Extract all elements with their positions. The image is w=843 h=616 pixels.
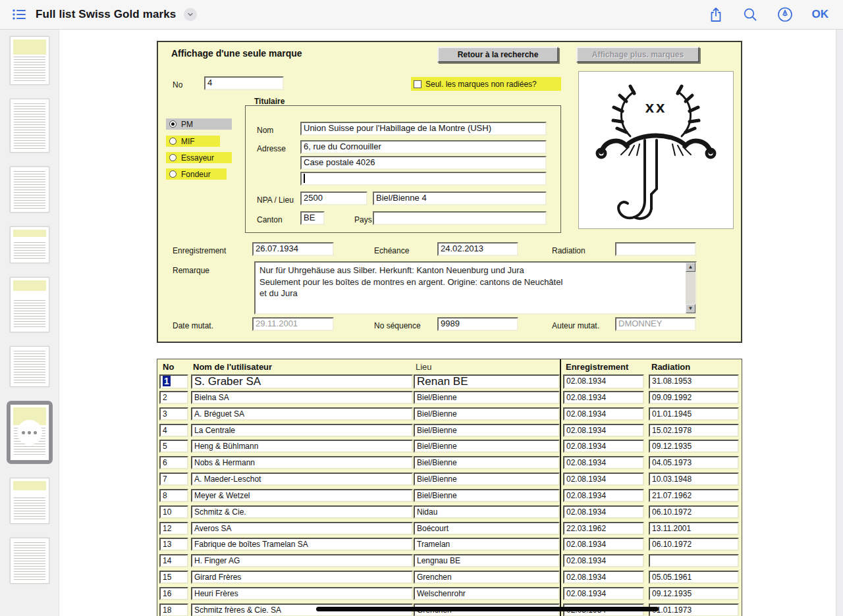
cell-lieu[interactable]: Biel/Bienne bbox=[414, 473, 560, 486]
cell-no[interactable]: 1 bbox=[159, 374, 188, 389]
cell-nom[interactable]: H. Finger AG bbox=[191, 554, 413, 567]
radio-pm[interactable]: PM bbox=[166, 118, 232, 130]
cell-no[interactable]: 6 bbox=[159, 456, 188, 469]
cell-radiation[interactable]: 01.01.1973 bbox=[649, 603, 739, 616]
table-row[interactable]: 15 Girard Frères Grenchen 02.08.1934 05.… bbox=[157, 571, 742, 587]
cell-enregistrement[interactable]: 02.08.1934 bbox=[563, 538, 644, 551]
scroll-down-icon[interactable]: ▼ bbox=[686, 304, 695, 313]
cell-radiation[interactable]: 21.07.1962 bbox=[649, 489, 739, 502]
cell-enregistrement[interactable]: 02.08.1934 bbox=[563, 374, 644, 389]
cell-nom[interactable]: Meyer & Wetzel bbox=[191, 489, 413, 502]
table-row[interactable]: 13 Fabrique de boîtes Tramelan SA Tramel… bbox=[157, 538, 742, 554]
cell-nom[interactable]: S. Graber SA bbox=[191, 374, 413, 389]
cell-no[interactable]: 4 bbox=[159, 424, 188, 437]
table-row[interactable]: 3 A. Bréguet SA Biel/Bienne 02.08.1934 0… bbox=[157, 407, 742, 424]
table-row[interactable]: 4 La Centrale Biel/Bienne 02.08.1934 15.… bbox=[157, 424, 742, 440]
adresse-field-2[interactable]: Case postale 4026 bbox=[300, 156, 547, 170]
radio-mif-circle[interactable] bbox=[169, 138, 177, 145]
cell-no[interactable]: 3 bbox=[159, 407, 188, 421]
cell-no[interactable]: 2 bbox=[159, 391, 188, 404]
page-thumbnail[interactable] bbox=[10, 478, 49, 524]
cell-no[interactable]: 12 bbox=[159, 522, 188, 535]
scroll-track[interactable] bbox=[836, 30, 843, 616]
cell-nom[interactable]: Averos SA bbox=[191, 522, 413, 535]
page-thumbnail[interactable] bbox=[10, 99, 49, 153]
page-thumbnail[interactable] bbox=[10, 277, 49, 332]
page-thumbnail-selected[interactable] bbox=[7, 401, 53, 464]
no-field[interactable]: 4 bbox=[204, 76, 284, 90]
enregistrement-field[interactable]: 26.07.1934 bbox=[252, 242, 334, 256]
radio-fondeur-circle[interactable] bbox=[169, 170, 177, 178]
table-row[interactable]: 7 A. Maeder-Leschot Biel/Bienne 02.08.19… bbox=[157, 473, 742, 489]
cell-nom[interactable]: Bielna SA bbox=[191, 391, 413, 404]
cell-enregistrement[interactable]: 02.08.1934 bbox=[563, 505, 644, 519]
cell-radiation[interactable]: 09.12.1935 bbox=[649, 587, 739, 600]
radio-pm-circle[interactable] bbox=[169, 120, 177, 128]
cell-lieu[interactable]: Nidau bbox=[414, 505, 560, 519]
cell-radiation[interactable]: 04.05.1973 bbox=[649, 456, 739, 469]
title-menu-button[interactable] bbox=[184, 8, 197, 21]
canton-field[interactable]: BE bbox=[300, 211, 325, 225]
adresse-field-1[interactable]: 6, rue du Cornouiller bbox=[300, 140, 547, 154]
share-icon[interactable] bbox=[708, 6, 724, 24]
cell-radiation[interactable]: 06.10.1972 bbox=[649, 538, 739, 551]
cell-enregistrement[interactable]: 02.08.1934 bbox=[563, 554, 644, 567]
cell-no[interactable]: 5 bbox=[159, 440, 188, 453]
scroll-up-icon[interactable]: ▲ bbox=[686, 263, 695, 272]
remarque-scrollbar[interactable]: ▲ ▼ bbox=[686, 263, 695, 313]
ok-button[interactable]: OK bbox=[812, 8, 829, 21]
cell-nom[interactable]: La Centrale bbox=[191, 424, 413, 437]
cell-no[interactable]: 16 bbox=[159, 587, 188, 600]
table-row[interactable]: 6 Nobs & Hermann Biel/Bienne 02.08.1934 … bbox=[157, 456, 742, 473]
table-row[interactable]: 5 Heng & Bühlmann Biel/Bienne 02.08.1934… bbox=[157, 440, 742, 456]
cell-nom[interactable]: Girard Frères bbox=[191, 571, 413, 584]
cell-enregistrement[interactable]: 02.08.1934 bbox=[563, 407, 644, 421]
sidebar-toggle-icon[interactable] bbox=[11, 6, 28, 23]
cell-enregistrement[interactable]: 22.03.1962 bbox=[563, 522, 644, 535]
cell-lieu[interactable]: Biel/Bienne bbox=[414, 489, 560, 502]
radio-essayeur-circle[interactable] bbox=[169, 154, 177, 161]
cell-lieu[interactable]: Biel/Bienne bbox=[414, 424, 560, 437]
cell-radiation[interactable]: 09.12.1935 bbox=[649, 440, 739, 453]
cell-radiation[interactable]: 15.02.1978 bbox=[649, 424, 739, 437]
markup-pen-icon[interactable] bbox=[776, 6, 794, 23]
cell-radiation[interactable]: 10.03.1948 bbox=[649, 473, 739, 486]
cell-lieu[interactable]: Biel/Bienne bbox=[414, 456, 560, 469]
cell-nom[interactable]: A. Bréguet SA bbox=[191, 407, 413, 421]
no-sequence-field[interactable]: 9989 bbox=[437, 317, 518, 331]
cell-enregistrement[interactable]: 02.08.1934 bbox=[563, 489, 644, 502]
cell-radiation[interactable]: 13.11.2001 bbox=[649, 522, 739, 535]
non-radiees-checkbox[interactable] bbox=[414, 80, 422, 88]
pays-field[interactable] bbox=[373, 211, 547, 225]
cell-lieu[interactable]: Renan BE bbox=[414, 374, 560, 389]
cell-nom[interactable]: Nobs & Hermann bbox=[191, 456, 413, 469]
cell-nom[interactable]: Schmitz & Cie. bbox=[191, 505, 413, 519]
table-row[interactable]: 12 Averos SA Boécourt 22.03.1962 13.11.2… bbox=[157, 522, 742, 538]
cell-nom[interactable]: Heuri Frères bbox=[191, 587, 413, 600]
radio-essayeur[interactable]: Essayeur bbox=[166, 152, 232, 163]
cell-nom[interactable]: Heng & Bühlmann bbox=[191, 440, 413, 453]
cell-lieu[interactable]: Biel/Bienne bbox=[414, 391, 560, 404]
radiation-field[interactable] bbox=[615, 242, 696, 256]
cell-lieu[interactable]: Tramelan bbox=[414, 538, 560, 551]
cell-enregistrement[interactable]: 02.08.1934 bbox=[563, 571, 644, 584]
cell-radiation[interactable]: 31.08.1953 bbox=[649, 374, 739, 389]
cell-nom[interactable]: A. Maeder-Leschot bbox=[191, 473, 413, 486]
search-icon[interactable] bbox=[742, 7, 758, 22]
cell-enregistrement[interactable]: 02.08.1934 bbox=[563, 456, 644, 469]
cell-enregistrement[interactable]: 02.08.1934 bbox=[563, 391, 644, 404]
cell-lieu[interactable]: Boécourt bbox=[414, 522, 560, 535]
cell-lieu[interactable]: Welschenrohr bbox=[414, 587, 560, 600]
page-thumbnail[interactable] bbox=[10, 226, 49, 263]
page-thumbnail[interactable] bbox=[10, 167, 49, 213]
cell-enregistrement[interactable]: 02.08.1934 bbox=[563, 473, 644, 486]
cell-no[interactable]: 18 bbox=[159, 603, 188, 616]
table-row[interactable]: 1 S. Graber SA Renan BE 02.08.1934 31.08… bbox=[157, 374, 742, 391]
cell-no[interactable]: 13 bbox=[159, 538, 188, 551]
table-row[interactable]: 14 H. Finger AG Lengnau BE 02.08.1934 bbox=[157, 554, 742, 571]
radio-mif[interactable]: MIF bbox=[166, 136, 220, 147]
cell-no[interactable]: 15 bbox=[159, 571, 188, 584]
npa-field[interactable]: 2500 bbox=[300, 192, 367, 205]
cell-radiation[interactable]: 01.01.1945 bbox=[649, 407, 739, 421]
adresse-field-3[interactable] bbox=[300, 172, 547, 186]
